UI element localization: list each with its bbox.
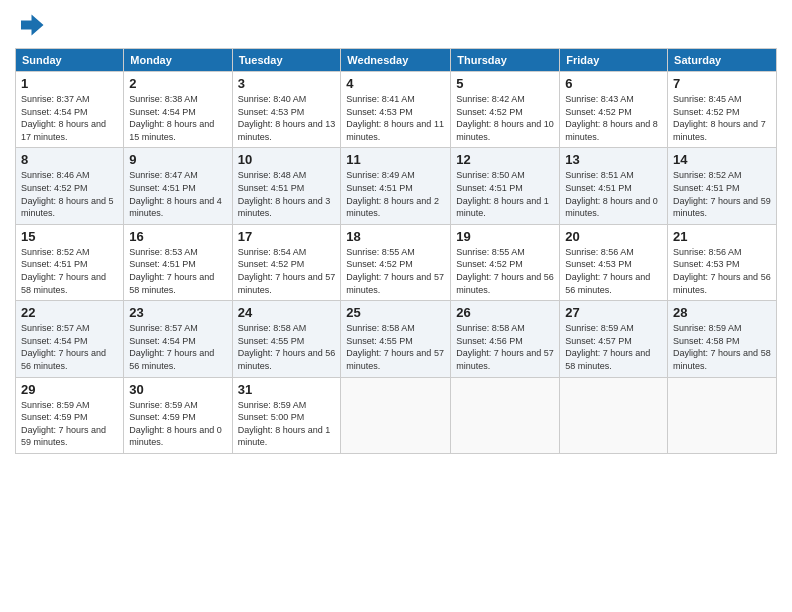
day-number: 15 [21, 229, 118, 244]
day-number: 17 [238, 229, 336, 244]
day-number: 7 [673, 76, 771, 91]
logo [15, 10, 49, 40]
day-number: 4 [346, 76, 445, 91]
day-number: 1 [21, 76, 118, 91]
day-cell: 1Sunrise: 8:37 AMSunset: 4:54 PMDaylight… [16, 72, 124, 148]
day-info: Sunrise: 8:45 AMSunset: 4:52 PMDaylight:… [673, 93, 771, 143]
day-number: 12 [456, 152, 554, 167]
day-number: 5 [456, 76, 554, 91]
day-info: Sunrise: 8:48 AMSunset: 4:51 PMDaylight:… [238, 169, 336, 219]
day-info: Sunrise: 8:59 AMSunset: 4:59 PMDaylight:… [21, 399, 118, 449]
col-header-thursday: Thursday [451, 49, 560, 72]
day-cell: 6Sunrise: 8:43 AMSunset: 4:52 PMDaylight… [560, 72, 668, 148]
day-number: 25 [346, 305, 445, 320]
day-info: Sunrise: 8:42 AMSunset: 4:52 PMDaylight:… [456, 93, 554, 143]
calendar-table: SundayMondayTuesdayWednesdayThursdayFrid… [15, 48, 777, 454]
logo-icon [15, 10, 45, 40]
header-row: SundayMondayTuesdayWednesdayThursdayFrid… [16, 49, 777, 72]
day-info: Sunrise: 8:52 AMSunset: 4:51 PMDaylight:… [673, 169, 771, 219]
day-cell: 12Sunrise: 8:50 AMSunset: 4:51 PMDayligh… [451, 148, 560, 224]
week-row-1: 1Sunrise: 8:37 AMSunset: 4:54 PMDaylight… [16, 72, 777, 148]
day-info: Sunrise: 8:53 AMSunset: 4:51 PMDaylight:… [129, 246, 226, 296]
day-info: Sunrise: 8:56 AMSunset: 4:53 PMDaylight:… [565, 246, 662, 296]
week-row-2: 8Sunrise: 8:46 AMSunset: 4:52 PMDaylight… [16, 148, 777, 224]
day-cell: 8Sunrise: 8:46 AMSunset: 4:52 PMDaylight… [16, 148, 124, 224]
day-info: Sunrise: 8:49 AMSunset: 4:51 PMDaylight:… [346, 169, 445, 219]
day-cell [560, 377, 668, 453]
day-cell: 10Sunrise: 8:48 AMSunset: 4:51 PMDayligh… [232, 148, 341, 224]
col-header-monday: Monday [124, 49, 232, 72]
day-number: 2 [129, 76, 226, 91]
day-number: 13 [565, 152, 662, 167]
day-cell: 19Sunrise: 8:55 AMSunset: 4:52 PMDayligh… [451, 224, 560, 300]
day-number: 23 [129, 305, 226, 320]
day-info: Sunrise: 8:57 AMSunset: 4:54 PMDaylight:… [129, 322, 226, 372]
week-row-5: 29Sunrise: 8:59 AMSunset: 4:59 PMDayligh… [16, 377, 777, 453]
day-info: Sunrise: 8:37 AMSunset: 4:54 PMDaylight:… [21, 93, 118, 143]
day-info: Sunrise: 8:59 AMSunset: 4:59 PMDaylight:… [129, 399, 226, 449]
day-number: 10 [238, 152, 336, 167]
day-number: 20 [565, 229, 662, 244]
week-row-3: 15Sunrise: 8:52 AMSunset: 4:51 PMDayligh… [16, 224, 777, 300]
day-number: 6 [565, 76, 662, 91]
day-info: Sunrise: 8:58 AMSunset: 4:55 PMDaylight:… [346, 322, 445, 372]
day-number: 16 [129, 229, 226, 244]
day-cell: 9Sunrise: 8:47 AMSunset: 4:51 PMDaylight… [124, 148, 232, 224]
day-number: 11 [346, 152, 445, 167]
day-info: Sunrise: 8:38 AMSunset: 4:54 PMDaylight:… [129, 93, 226, 143]
day-cell: 20Sunrise: 8:56 AMSunset: 4:53 PMDayligh… [560, 224, 668, 300]
day-number: 14 [673, 152, 771, 167]
day-number: 19 [456, 229, 554, 244]
page-header [15, 10, 777, 40]
col-header-sunday: Sunday [16, 49, 124, 72]
day-cell [341, 377, 451, 453]
page-container: SundayMondayTuesdayWednesdayThursdayFrid… [0, 0, 792, 464]
day-info: Sunrise: 8:57 AMSunset: 4:54 PMDaylight:… [21, 322, 118, 372]
day-info: Sunrise: 8:54 AMSunset: 4:52 PMDaylight:… [238, 246, 336, 296]
day-info: Sunrise: 8:43 AMSunset: 4:52 PMDaylight:… [565, 93, 662, 143]
day-cell: 18Sunrise: 8:55 AMSunset: 4:52 PMDayligh… [341, 224, 451, 300]
day-info: Sunrise: 8:56 AMSunset: 4:53 PMDaylight:… [673, 246, 771, 296]
day-number: 28 [673, 305, 771, 320]
day-number: 24 [238, 305, 336, 320]
day-cell: 24Sunrise: 8:58 AMSunset: 4:55 PMDayligh… [232, 301, 341, 377]
day-cell: 31Sunrise: 8:59 AMSunset: 5:00 PMDayligh… [232, 377, 341, 453]
day-cell: 22Sunrise: 8:57 AMSunset: 4:54 PMDayligh… [16, 301, 124, 377]
day-number: 3 [238, 76, 336, 91]
day-cell: 15Sunrise: 8:52 AMSunset: 4:51 PMDayligh… [16, 224, 124, 300]
day-info: Sunrise: 8:58 AMSunset: 4:56 PMDaylight:… [456, 322, 554, 372]
col-header-friday: Friday [560, 49, 668, 72]
day-info: Sunrise: 8:58 AMSunset: 4:55 PMDaylight:… [238, 322, 336, 372]
day-info: Sunrise: 8:51 AMSunset: 4:51 PMDaylight:… [565, 169, 662, 219]
day-number: 9 [129, 152, 226, 167]
week-row-4: 22Sunrise: 8:57 AMSunset: 4:54 PMDayligh… [16, 301, 777, 377]
day-info: Sunrise: 8:47 AMSunset: 4:51 PMDaylight:… [129, 169, 226, 219]
day-info: Sunrise: 8:50 AMSunset: 4:51 PMDaylight:… [456, 169, 554, 219]
day-number: 26 [456, 305, 554, 320]
day-cell: 3Sunrise: 8:40 AMSunset: 4:53 PMDaylight… [232, 72, 341, 148]
day-info: Sunrise: 8:52 AMSunset: 4:51 PMDaylight:… [21, 246, 118, 296]
day-cell: 23Sunrise: 8:57 AMSunset: 4:54 PMDayligh… [124, 301, 232, 377]
day-cell: 29Sunrise: 8:59 AMSunset: 4:59 PMDayligh… [16, 377, 124, 453]
day-number: 8 [21, 152, 118, 167]
day-info: Sunrise: 8:41 AMSunset: 4:53 PMDaylight:… [346, 93, 445, 143]
day-cell: 30Sunrise: 8:59 AMSunset: 4:59 PMDayligh… [124, 377, 232, 453]
day-cell [668, 377, 777, 453]
day-number: 29 [21, 382, 118, 397]
day-number: 21 [673, 229, 771, 244]
day-info: Sunrise: 8:59 AMSunset: 4:58 PMDaylight:… [673, 322, 771, 372]
day-number: 27 [565, 305, 662, 320]
day-info: Sunrise: 8:46 AMSunset: 4:52 PMDaylight:… [21, 169, 118, 219]
day-cell: 5Sunrise: 8:42 AMSunset: 4:52 PMDaylight… [451, 72, 560, 148]
day-info: Sunrise: 8:55 AMSunset: 4:52 PMDaylight:… [456, 246, 554, 296]
day-cell: 4Sunrise: 8:41 AMSunset: 4:53 PMDaylight… [341, 72, 451, 148]
day-number: 22 [21, 305, 118, 320]
day-number: 30 [129, 382, 226, 397]
day-number: 31 [238, 382, 336, 397]
day-cell: 17Sunrise: 8:54 AMSunset: 4:52 PMDayligh… [232, 224, 341, 300]
day-cell: 2Sunrise: 8:38 AMSunset: 4:54 PMDaylight… [124, 72, 232, 148]
day-cell: 11Sunrise: 8:49 AMSunset: 4:51 PMDayligh… [341, 148, 451, 224]
day-info: Sunrise: 8:59 AMSunset: 4:57 PMDaylight:… [565, 322, 662, 372]
day-cell: 26Sunrise: 8:58 AMSunset: 4:56 PMDayligh… [451, 301, 560, 377]
col-header-saturday: Saturday [668, 49, 777, 72]
